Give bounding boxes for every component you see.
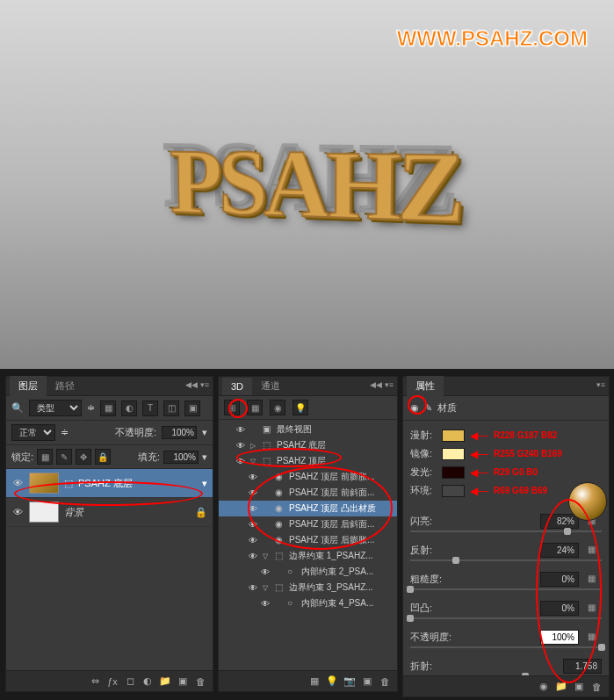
eye-icon[interactable]: 👁 xyxy=(11,506,24,518)
tree-item[interactable]: 👁▽⬚边界约束 3_PSAHZ... xyxy=(219,580,397,595)
link-icon[interactable]: ⇔ xyxy=(88,675,102,689)
toggle-icon[interactable]: ▷ xyxy=(250,442,259,450)
new-layer-icon[interactable]: ▣ xyxy=(176,675,190,689)
filter-light-icon[interactable]: 💡 xyxy=(293,400,308,415)
lock-trans-icon[interactable]: ▦ xyxy=(37,449,53,465)
color-swatch[interactable] xyxy=(442,485,465,497)
layer-item-background[interactable]: 👁 背景 🔒 xyxy=(6,498,213,527)
texture-icon[interactable]: ▦ xyxy=(588,631,602,644)
toggle-icon[interactable]: ▽ xyxy=(250,458,259,465)
camera-icon[interactable]: 📷 xyxy=(343,675,357,689)
eye-icon[interactable]: 👁 xyxy=(259,597,271,610)
slider-thumb[interactable] xyxy=(407,586,414,593)
tab-properties[interactable]: 属性 xyxy=(407,376,444,396)
tree-item[interactable]: 👁○内部约束 4_PSA... xyxy=(219,595,397,611)
mask-icon[interactable]: ◻ xyxy=(123,675,137,689)
filter-material-icon[interactable]: ◉ xyxy=(270,400,285,415)
adjust-icon[interactable]: ◐ xyxy=(141,675,155,689)
filter-pixel-icon[interactable]: ▦ xyxy=(100,401,116,416)
chevron-down-icon[interactable]: ▾ xyxy=(202,427,207,438)
eye-icon[interactable]: 👁 xyxy=(247,534,259,546)
layer-item-psahz[interactable]: 👁 ⬚ PSAHZ 底层 ▾ xyxy=(6,469,213,498)
tree-item[interactable]: 👁▽⬚PSAHZ 顶层 xyxy=(219,453,397,469)
tree-item[interactable]: 👁▣最终视图 xyxy=(219,422,397,437)
tab-layers[interactable]: 图层 xyxy=(10,376,47,396)
toggle-icon[interactable]: ▽ xyxy=(263,584,271,592)
tree-item[interactable]: 👁◉PSAHZ 顶层 凸出材质 xyxy=(219,501,397,516)
eye-icon[interactable]: 👁 xyxy=(235,423,247,436)
filter-adjust-icon[interactable]: ◐ xyxy=(121,401,137,416)
slider-track[interactable] xyxy=(410,588,602,590)
filter-mesh-icon[interactable]: ▦ xyxy=(247,400,263,415)
eye-icon[interactable]: 👁 xyxy=(259,566,271,578)
slider-thumb[interactable] xyxy=(407,615,414,622)
slider-value-input[interactable] xyxy=(540,543,579,558)
tree-item[interactable]: 👁▷⬚PSAHZ 底层 xyxy=(219,437,397,453)
eye-icon[interactable]: 👁 xyxy=(247,518,259,530)
new-icon[interactable]: ▣ xyxy=(360,675,374,689)
tree-item[interactable]: 👁◉PSAHZ 顶层 前斜面... xyxy=(219,485,397,501)
eye-icon[interactable]: 👁 xyxy=(247,581,259,594)
layer-thumb[interactable] xyxy=(29,502,59,523)
fill-input[interactable] xyxy=(163,451,199,464)
chevron-down-icon[interactable]: ▾ xyxy=(202,478,207,489)
trash-icon[interactable]: 🗑 xyxy=(378,675,392,689)
filter-scene-icon[interactable]: ⊞ xyxy=(224,400,240,415)
trash-icon[interactable]: 🗑 xyxy=(193,675,207,689)
tree-item[interactable]: 👁▽⬚边界约束 1_PSAHZ... xyxy=(219,548,397,564)
color-swatch[interactable] xyxy=(442,429,465,442)
eye-icon[interactable]: 👁 xyxy=(235,439,247,451)
trash-icon[interactable]: 🗑 xyxy=(589,680,603,694)
eye-icon[interactable]: 👁 xyxy=(247,471,259,483)
slider-thumb[interactable] xyxy=(598,644,605,651)
eye-icon[interactable]: 👁 xyxy=(247,502,259,515)
color-swatch[interactable] xyxy=(442,466,465,479)
tab-channels[interactable]: 通道 xyxy=(252,376,289,396)
opacity-input[interactable] xyxy=(162,426,197,439)
tree-item[interactable]: 👁◉PSAHZ 顶层 前膨胀... xyxy=(219,469,397,485)
texture-icon[interactable]: ▦ xyxy=(588,603,602,615)
filter-type-select[interactable]: 类型 xyxy=(29,400,82,416)
tab-3d[interactable]: 3D xyxy=(222,378,252,395)
filter-smart-icon[interactable]: ▣ xyxy=(184,401,200,416)
lock-all-icon[interactable]: 🔒 xyxy=(95,449,111,465)
slider-thumb[interactable] xyxy=(452,557,459,564)
lock-move-icon[interactable]: ✥ xyxy=(76,449,91,465)
tree-item[interactable]: 👁○内部约束 2_PSA... xyxy=(219,564,397,580)
slider-value-input[interactable] xyxy=(540,601,579,616)
eye-icon[interactable]: 👁 xyxy=(247,550,259,562)
slider-track[interactable] xyxy=(410,646,602,648)
light-icon[interactable]: 💡 xyxy=(325,675,339,689)
slider-track[interactable] xyxy=(410,617,602,619)
filter-text-icon[interactable]: T xyxy=(142,401,158,416)
slider-track[interactable] xyxy=(410,559,602,561)
fx-icon[interactable]: ƒx xyxy=(105,675,119,689)
slider-value-input[interactable] xyxy=(540,572,579,587)
slider-value-input[interactable] xyxy=(540,630,579,645)
render-icon[interactable]: ▦ xyxy=(307,675,321,689)
blend-mode-select[interactable]: 正常 xyxy=(11,424,55,441)
lock-brush-icon[interactable]: ✎ xyxy=(56,449,72,465)
tree-item[interactable]: 👁◉PSAHZ 顶层 后斜面... xyxy=(219,516,397,532)
eye-icon[interactable]: 👁 xyxy=(11,477,24,489)
tab-paths[interactable]: 路径 xyxy=(47,376,83,396)
slider-value-input[interactable] xyxy=(563,659,602,674)
filter-shape-icon[interactable]: ◫ xyxy=(163,401,179,416)
tree-item[interactable]: 👁◉PSAHZ 顶层 后膨胀... xyxy=(219,532,397,548)
eye-icon[interactable]: 👁 xyxy=(247,487,259,499)
toggle-icon[interactable]: ▽ xyxy=(263,552,271,560)
eye-icon[interactable]: 👁 xyxy=(235,455,247,467)
color-swatch[interactable] xyxy=(442,448,465,460)
slider-thumb[interactable] xyxy=(564,528,571,535)
slider-track[interactable] xyxy=(410,530,602,532)
folder-icon[interactable]: 📁 xyxy=(158,675,172,689)
slider-value-input[interactable] xyxy=(540,514,579,529)
texture-icon[interactable]: ▦ xyxy=(588,574,602,586)
panel-menu-icon[interactable]: ▾≡ xyxy=(596,380,605,389)
chevron-down-icon[interactable]: ▾ xyxy=(202,451,207,463)
panel-menu-icon[interactable]: ◀◀ ▾≡ xyxy=(370,380,394,389)
texture-icon[interactable]: ▦ xyxy=(588,545,602,557)
new-icon[interactable]: ▣ xyxy=(572,680,586,694)
panel-menu-icon[interactable]: ◀◀ ▾≡ xyxy=(185,380,209,389)
layer-thumb[interactable] xyxy=(29,473,59,494)
